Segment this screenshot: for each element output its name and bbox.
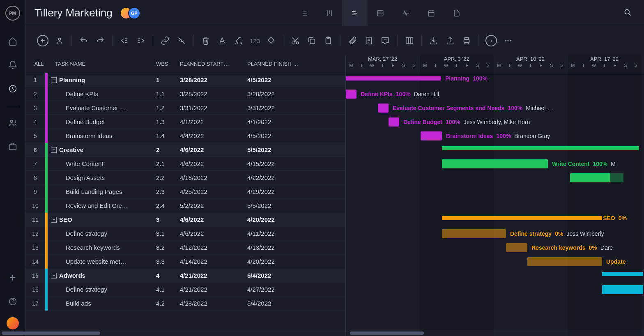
table-row[interactable]: 7Write Content2.14/6/20224/15/2022 bbox=[25, 157, 345, 171]
summary-bar[interactable] bbox=[602, 272, 643, 276]
table-row[interactable]: 6−Creative24/6/20225/5/2022 bbox=[25, 143, 345, 157]
calendar-view-icon[interactable] bbox=[419, 0, 444, 26]
clock-icon[interactable] bbox=[5, 81, 21, 97]
table-row[interactable]: 15−Adwords44/21/20225/4/2022 bbox=[25, 269, 345, 283]
col-finish[interactable]: PLANNED FINISH … bbox=[247, 61, 317, 67]
delete-icon[interactable] bbox=[200, 35, 211, 46]
col-wbs[interactable]: WBS bbox=[156, 61, 180, 67]
collapse-icon[interactable]: − bbox=[51, 77, 57, 83]
link-icon[interactable] bbox=[160, 35, 170, 46]
import-icon[interactable] bbox=[428, 35, 439, 46]
gantt-row[interactable]: SEO 0% bbox=[346, 213, 644, 227]
task-bar[interactable]: Define KPIs 100% Daren Hill bbox=[346, 90, 356, 99]
table-row[interactable]: 9Build Landing Pages2.34/25/20224/29/202… bbox=[25, 185, 345, 199]
gantt-row[interactable] bbox=[346, 297, 644, 311]
task-bar[interactable]: Research keywords 0% Dare bbox=[506, 243, 527, 252]
redo-icon[interactable] bbox=[95, 35, 106, 46]
summary-bar[interactable]: Planning 100% bbox=[346, 76, 441, 81]
summary-bar[interactable] bbox=[442, 146, 639, 150]
milestone-icon[interactable] bbox=[266, 35, 276, 46]
col-name[interactable]: TASK NAME bbox=[49, 61, 156, 67]
cut-icon[interactable] bbox=[290, 35, 301, 46]
gantt-row[interactable]: Define KPIs 100% Daren Hill bbox=[346, 87, 644, 101]
gantt-view-icon[interactable] bbox=[342, 0, 368, 26]
gantt-row[interactable] bbox=[346, 171, 644, 185]
gantt-row[interactable]: Define strategy 0% Jess Wimberly bbox=[346, 227, 644, 241]
list-view-icon[interactable] bbox=[291, 0, 317, 26]
table-row[interactable]: 2Define KPIs1.13/28/20223/28/2022 bbox=[25, 87, 345, 101]
export-icon[interactable] bbox=[445, 35, 455, 46]
table-row[interactable]: 11−SEO34/6/20224/20/2022 bbox=[25, 213, 345, 227]
activity-view-icon[interactable] bbox=[393, 0, 419, 26]
comment-icon[interactable] bbox=[380, 35, 391, 46]
gantt-row[interactable]: Research keywords 0% Dare bbox=[346, 241, 644, 255]
gantt-row[interactable] bbox=[346, 143, 644, 157]
table-row[interactable]: 5Brainstorm Ideas1.44/4/20224/5/2022 bbox=[25, 129, 345, 143]
table-row[interactable]: 10Review and Edit Cre…2.45/2/20225/5/202… bbox=[25, 199, 345, 213]
home-icon[interactable] bbox=[5, 33, 21, 49]
task-bar[interactable]: Define Budget 100% Jess Wimberly, Mike H… bbox=[389, 117, 399, 127]
summary-bar[interactable]: SEO 0% bbox=[442, 216, 602, 220]
print-icon[interactable] bbox=[461, 35, 472, 46]
collapse-icon[interactable]: − bbox=[51, 273, 57, 278]
gantt-row[interactable] bbox=[346, 269, 644, 283]
task-bar[interactable]: Write Content 100% M bbox=[442, 159, 548, 168]
col-all[interactable]: ALL bbox=[25, 61, 49, 67]
task-bar[interactable] bbox=[570, 173, 623, 182]
clear-format-icon[interactable] bbox=[233, 35, 244, 46]
gantt-row[interactable]: Define Budget 100% Jess Wimberly, Mike H… bbox=[346, 115, 644, 129]
board-view-icon[interactable] bbox=[317, 0, 342, 26]
add-task-icon[interactable] bbox=[37, 35, 48, 46]
sheet-view-icon[interactable] bbox=[368, 0, 393, 26]
gantt-row[interactable] bbox=[346, 185, 644, 199]
gantt-row[interactable]: Evaluate Customer Segments and Needs 100… bbox=[346, 101, 644, 115]
app-logo[interactable]: PM bbox=[5, 6, 20, 21]
table-row[interactable]: 8Design Assets2.24/18/20224/22/2022 bbox=[25, 171, 345, 185]
member-avatar[interactable]: GP bbox=[128, 7, 140, 19]
collapse-icon[interactable]: − bbox=[51, 147, 57, 153]
task-bar[interactable]: Evaluate Customer Segments and Needs 100… bbox=[378, 104, 389, 113]
table-row[interactable]: 17Build ads4.24/28/20225/4/2022 bbox=[25, 297, 345, 311]
unlink-icon[interactable] bbox=[176, 35, 187, 46]
gantt-chart[interactable]: MAR, 27 '22MTWTFSSAPR, 3 '22MTWTFSSAPR, … bbox=[346, 55, 644, 336]
task-bar[interactable]: Brainstorm Ideas 100% Brandon Gray bbox=[421, 131, 442, 140]
task-bar[interactable]: Define strategy 0% Jess Wimberly bbox=[442, 229, 506, 238]
toolbar-number[interactable]: 123 bbox=[250, 37, 260, 44]
info-icon[interactable] bbox=[485, 35, 497, 46]
search-icon[interactable] bbox=[620, 5, 635, 21]
gantt-row[interactable] bbox=[346, 199, 644, 213]
table-row[interactable]: 14Update website met…3.34/14/20224/20/20… bbox=[25, 255, 345, 269]
col-start[interactable]: PLANNED START… bbox=[180, 61, 247, 67]
indent-icon[interactable] bbox=[136, 35, 146, 46]
columns-icon[interactable] bbox=[404, 35, 415, 46]
table-row[interactable]: 12Define strategy3.14/6/20224/11/2022 bbox=[25, 227, 345, 241]
gantt-row[interactable] bbox=[346, 283, 644, 297]
table-row[interactable]: 3Evaluate Customer …1.23/31/20223/31/202… bbox=[25, 101, 345, 115]
plus-icon[interactable] bbox=[5, 269, 21, 286]
gantt-row[interactable]: Brainstorm Ideas 100% Brandon Gray bbox=[346, 129, 644, 143]
briefcase-icon[interactable] bbox=[5, 138, 21, 155]
table-row[interactable]: 13Research keywords3.24/12/20224/13/2022 bbox=[25, 241, 345, 255]
task-bar[interactable]: Update bbox=[527, 257, 602, 266]
grid-scrollbar[interactable] bbox=[25, 330, 346, 336]
outdent-icon[interactable] bbox=[119, 35, 130, 46]
paste-icon[interactable] bbox=[323, 35, 334, 46]
user-avatar[interactable] bbox=[7, 317, 19, 329]
gantt-row[interactable]: Planning 100% bbox=[346, 73, 644, 87]
attachment-icon[interactable] bbox=[347, 35, 358, 46]
table-row[interactable]: 16Define strategy4.14/21/20224/27/2022 bbox=[25, 283, 345, 297]
gantt-scrollbar[interactable] bbox=[346, 330, 644, 336]
notes-icon[interactable] bbox=[363, 35, 374, 46]
assign-icon[interactable] bbox=[54, 35, 65, 46]
more-icon[interactable] bbox=[503, 35, 513, 46]
table-row[interactable]: 4Define Budget1.34/1/20224/1/2022 bbox=[25, 115, 345, 129]
collapse-icon[interactable]: − bbox=[51, 217, 57, 223]
table-row[interactable]: 1−Planning13/28/20224/5/2022 bbox=[25, 73, 345, 87]
people-icon[interactable] bbox=[5, 115, 21, 131]
gantt-row[interactable]: Write Content 100% M bbox=[346, 157, 644, 171]
text-style-icon[interactable] bbox=[217, 35, 228, 46]
undo-icon[interactable] bbox=[78, 35, 89, 46]
help-icon[interactable] bbox=[5, 293, 21, 310]
bell-icon[interactable] bbox=[5, 57, 21, 73]
avatar-group[interactable]: GP bbox=[120, 7, 140, 19]
